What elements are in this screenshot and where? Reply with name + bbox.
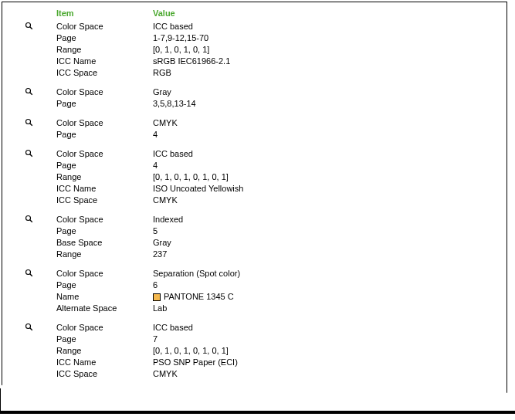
- property-label: Base Space: [56, 237, 153, 249]
- section-icon-col: [2, 214, 56, 260]
- property-section: Color SpaceICC basedPage7Range[0, 1, 0, …: [2, 322, 507, 380]
- property-row: Color SpaceICC based: [56, 21, 507, 32]
- property-value: 5: [153, 225, 507, 237]
- property-value-text: 4: [153, 160, 158, 171]
- property-label: ICC Name: [56, 357, 153, 368]
- property-label: ICC Space: [56, 195, 153, 206]
- magnify-icon[interactable]: [25, 323, 34, 380]
- property-value: ICC based: [153, 21, 507, 32]
- property-label: Page: [56, 129, 153, 141]
- property-label: Color Space: [56, 214, 153, 225]
- property-value: sRGB IEC61966-2.1: [153, 56, 507, 67]
- magnify-icon[interactable]: [25, 149, 34, 206]
- magnify-icon[interactable]: [25, 269, 34, 314]
- property-label: Range: [56, 249, 153, 260]
- section-icon-col: [2, 322, 56, 380]
- property-row: Range[0, 1, 0, 1, 0, 1, 0, 1]: [56, 345, 507, 357]
- properties-panel: Item Value Color SpaceICC basedPage1-7,9…: [2, 2, 507, 407]
- property-row: ICC NamePSO SNP Paper (ECI): [56, 357, 507, 368]
- section-icon-col: [2, 21, 56, 79]
- property-value-text: ICC based: [153, 21, 193, 32]
- section-icon-col: [2, 268, 56, 314]
- property-value: Indexed: [153, 214, 507, 225]
- property-value: Lab: [153, 303, 507, 314]
- torn-edge-decoration: [0, 383, 515, 414]
- property-value: RGB: [153, 67, 507, 79]
- property-value-text: 6: [153, 279, 158, 291]
- property-label: ICC Space: [56, 67, 153, 79]
- property-value-text: CMYK: [153, 195, 178, 206]
- property-value-text: 7: [153, 334, 158, 345]
- property-value: PSO SNP Paper (ECI): [153, 357, 507, 368]
- property-row: Color SpaceGray: [56, 86, 507, 98]
- property-row: ICC SpaceCMYK: [56, 195, 507, 206]
- property-row: Page4: [56, 129, 507, 141]
- property-row: ICC NamesRGB IEC61966-2.1: [56, 56, 507, 67]
- property-label: Page: [56, 334, 153, 345]
- property-value: [0, 1, 0, 1, 0, 1, 0, 1]: [153, 171, 507, 183]
- svg-line-1: [30, 27, 32, 29]
- section-rows: Color SpaceICC basedPage7Range[0, 1, 0, …: [56, 322, 507, 380]
- property-value-text: 4: [153, 129, 158, 141]
- property-label: Range: [56, 345, 153, 357]
- svg-point-12: [26, 324, 31, 329]
- property-section: Color SpaceICC basedPage1-7,9-12,15-70Ra…: [2, 21, 507, 79]
- property-row: Color SpaceCMYK: [56, 117, 507, 129]
- property-section: Color SpaceIndexedPage5Base SpaceGrayRan…: [2, 214, 507, 260]
- property-value: Separation (Spot color): [153, 268, 507, 279]
- property-row: ICC SpaceCMYK: [56, 368, 507, 380]
- property-row: Color SpaceICC based: [56, 322, 507, 334]
- property-section: Color SpaceCMYKPage4: [2, 117, 507, 141]
- property-row: Color SpaceSeparation (Spot color): [56, 268, 507, 279]
- header-item: Item: [56, 8, 153, 18]
- property-label: Color Space: [56, 21, 153, 32]
- property-value-text: 3,5,8,13-14: [153, 98, 196, 110]
- svg-line-5: [30, 124, 32, 126]
- property-value-text: PSO SNP Paper (ECI): [153, 357, 238, 368]
- property-label: ICC Name: [56, 56, 153, 67]
- property-value: 1-7,9-12,15-70: [153, 32, 507, 44]
- property-value-text: PANTONE 1345 C: [164, 291, 234, 303]
- property-value: 6: [153, 279, 507, 291]
- magnify-icon[interactable]: [25, 215, 34, 260]
- section-rows: Color SpaceICC basedPage1-7,9-12,15-70Ra…: [56, 21, 507, 79]
- header-value: Value: [153, 8, 507, 18]
- property-section: Color SpaceGrayPage3,5,8,13-14: [2, 86, 507, 110]
- property-row: Range[0, 1, 0, 1, 0, 1]: [56, 44, 507, 56]
- property-value-text: ICC based: [153, 322, 193, 334]
- magnify-icon[interactable]: [25, 87, 34, 110]
- header-row: Item Value: [2, 8, 507, 18]
- property-label: Range: [56, 171, 153, 183]
- section-icon-col: [2, 117, 56, 141]
- property-value-text: ISO Uncoated Yellowish: [153, 183, 243, 195]
- property-value-text: Indexed: [153, 214, 183, 225]
- property-value: 4: [153, 129, 507, 141]
- property-label: Name: [56, 291, 153, 303]
- property-label: Page: [56, 160, 153, 171]
- section-icon-col: [2, 148, 56, 206]
- property-value-text: 1-7,9-12,15-70: [153, 32, 208, 44]
- property-value-text: 5: [153, 225, 158, 237]
- property-label: Page: [56, 98, 153, 110]
- property-value: 3,5,8,13-14: [153, 98, 507, 110]
- property-value: CMYK: [153, 117, 507, 129]
- property-row: Page4: [56, 160, 507, 171]
- property-value: Gray: [153, 237, 507, 249]
- property-value-text: [0, 1, 0, 1, 0, 1, 0, 1]: [153, 171, 229, 183]
- property-value-text: sRGB IEC61966-2.1: [153, 56, 230, 67]
- svg-point-0: [26, 23, 31, 28]
- magnify-icon[interactable]: [25, 118, 34, 141]
- property-value: [0, 1, 0, 1, 0, 1, 0, 1]: [153, 345, 507, 357]
- property-label: Page: [56, 225, 153, 237]
- property-value-text: 237: [153, 249, 167, 260]
- property-row: Page6: [56, 279, 507, 291]
- property-value-text: Gray: [153, 86, 171, 98]
- svg-line-11: [30, 274, 32, 276]
- property-row: ICC NameISO Uncoated Yellowish: [56, 183, 507, 195]
- property-label: ICC Name: [56, 183, 153, 195]
- property-row: Page1-7,9-12,15-70: [56, 32, 507, 44]
- magnify-icon[interactable]: [25, 22, 34, 79]
- content-area: Item Value Color SpaceICC basedPage1-7,9…: [2, 2, 507, 380]
- property-row: Name PANTONE 1345 C: [56, 291, 507, 303]
- property-label: Color Space: [56, 268, 153, 279]
